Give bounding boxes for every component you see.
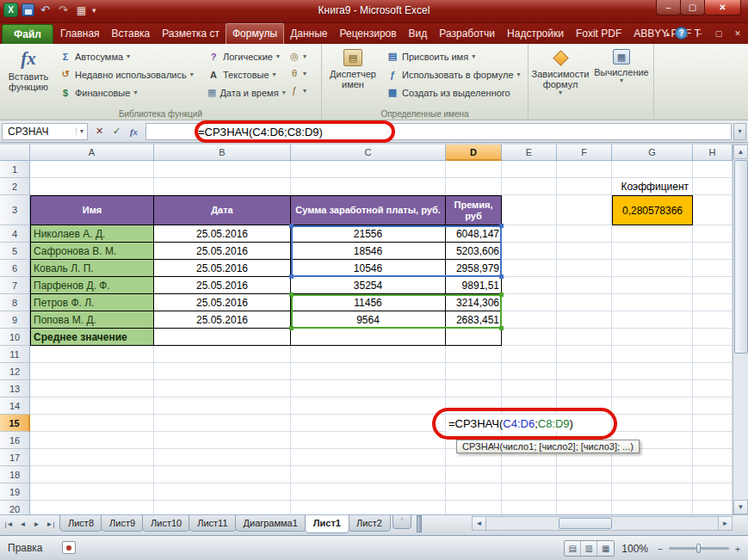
cell-D10[interactable] [446,329,502,346]
insert-function-icon[interactable]: fx [127,124,141,138]
cell-B7[interactable]: 25.05.2016 [154,277,291,294]
row-header-16[interactable]: 16 [0,432,30,449]
cell-C1[interactable] [291,161,446,178]
cell-C9[interactable]: 9564 [291,311,446,329]
sheet-tab-3[interactable]: Лист10 [142,515,190,532]
cell-A6[interactable]: Коваль Л. П. [30,260,154,277]
cell-G1[interactable] [612,161,693,178]
cell-A13[interactable] [30,380,154,397]
cell-F12[interactable] [557,363,612,380]
file-tab[interactable]: Файл [2,24,53,44]
row-header-18[interactable]: 18 [0,466,30,483]
macro-record-icon[interactable] [62,541,76,554]
cell-F11[interactable] [557,346,612,363]
cell-B4[interactable]: 25.05.2016 [154,225,291,243]
cell-E18[interactable] [502,466,557,483]
cell-A12[interactable] [30,363,154,380]
row-header-8[interactable]: 8 [0,294,30,311]
row-header-15[interactable]: 15 [0,415,30,432]
cell-C7[interactable]: 35254 [291,277,446,294]
cell-G5[interactable] [612,243,693,260]
expand-formula-bar-icon[interactable]: ▾ [733,123,746,140]
cell-G20[interactable] [612,501,693,514]
cell-C12[interactable] [291,363,446,380]
cell-F19[interactable] [557,483,612,501]
cell-B8[interactable]: 25.05.2016 [154,294,291,311]
zoom-out-icon[interactable]: − [655,544,665,554]
cell-C19[interactable] [291,483,446,501]
cell-B2[interactable] [154,178,291,195]
row-header-9[interactable]: 9 [0,311,30,329]
ribbon-tab-9[interactable]: Надстройки [501,24,570,44]
cell-C18[interactable] [291,466,446,483]
cell-H18[interactable] [693,466,733,483]
cell-F10[interactable] [557,329,612,346]
row-header-13[interactable]: 13 [0,380,30,397]
logic-menu-button[interactable]: ?Логические▾ [205,48,284,65]
cell-D18[interactable] [446,466,502,483]
datetime-menu-button[interactable]: ▦Дата и время▾ [205,84,284,101]
cell-H3[interactable] [693,195,733,225]
cell-E12[interactable] [502,363,557,380]
row-header-12[interactable]: 12 [0,363,30,380]
cell-E14[interactable] [502,397,557,415]
help-icon[interactable]: ? [675,27,688,40]
cancel-entry-button[interactable]: ✕ [92,124,107,138]
cell-G13[interactable] [612,380,693,397]
maximize-button[interactable]: ▢ [680,0,705,15]
row-header-2[interactable]: 2 [0,178,30,195]
cell-A9[interactable]: Попова М. Д. [30,311,154,329]
ribbon-tab-2[interactable]: Вставка [106,24,157,44]
cell-H14[interactable] [693,397,733,415]
cell-G15[interactable] [612,415,693,432]
cell-C10[interactable] [291,329,446,346]
cell-D20[interactable] [446,501,502,514]
select-all-corner[interactable] [0,145,30,161]
cell-A3[interactable]: Имя [30,195,154,225]
name-manager-button[interactable]: ▤ Диспетчер имен [325,46,380,89]
normal-view-icon[interactable]: ▤ [565,541,581,556]
sigma-menu-button[interactable]: ΣАвтосумма▾ [57,48,203,65]
cell-C8[interactable]: 11456 [291,294,446,311]
cell-B14[interactable] [154,397,291,415]
row-header-5[interactable]: 5 [0,243,30,260]
cell-C11[interactable] [291,346,446,363]
cell-E7[interactable] [502,277,557,294]
cell-B9[interactable]: 25.05.2016 [154,311,291,329]
cell-B10[interactable] [154,329,291,346]
cell-B6[interactable]: 25.05.2016 [154,260,291,277]
ribbon-tab-4[interactable]: Формулы [226,23,284,44]
row-header-6[interactable]: 6 [0,260,30,277]
cell-D6[interactable]: 2958,979 [446,260,502,277]
previous-sheet-icon[interactable]: ◄ [16,517,29,531]
cell-B17[interactable] [154,449,291,466]
cell-A8[interactable]: Петров Ф. Л. [30,294,154,311]
recent-menu-button[interactable]: ↺Недавно использовались▾ [57,66,203,83]
collapse-ribbon-icon[interactable]: ▴ [665,29,670,38]
cell-B11[interactable] [154,346,291,363]
cell-G8[interactable] [612,294,693,311]
cell-C15[interactable] [291,415,446,432]
column-header-C[interactable]: C [291,145,446,161]
cell-B1[interactable] [154,161,291,178]
cell-A10[interactable]: Среднее значение [30,329,154,346]
workbook-close-icon[interactable]: ✕ [731,29,745,38]
row-header-10[interactable]: 10 [0,329,30,346]
cell-E4[interactable] [502,225,557,243]
cell-E1[interactable] [502,161,557,178]
cell-H9[interactable] [693,311,733,329]
cell-A16[interactable] [30,432,154,449]
cell-G14[interactable] [612,397,693,415]
cell-F1[interactable] [557,161,612,178]
cell-H13[interactable] [693,380,733,397]
cell-C5[interactable]: 18546 [291,243,446,260]
cell-E3[interactable] [502,195,557,225]
cell-A20[interactable] [30,501,154,514]
page-layout-view-icon[interactable]: ▥ [581,541,597,556]
cell-G7[interactable] [612,277,693,294]
use_in_formula-button[interactable]: ƒИспользовать в формуле▾ [384,66,525,83]
cell-H16[interactable] [693,432,733,449]
name-box-caret-icon[interactable]: ▾ [76,127,87,135]
cell-F7[interactable] [557,277,612,294]
cell-H2[interactable] [693,178,733,195]
